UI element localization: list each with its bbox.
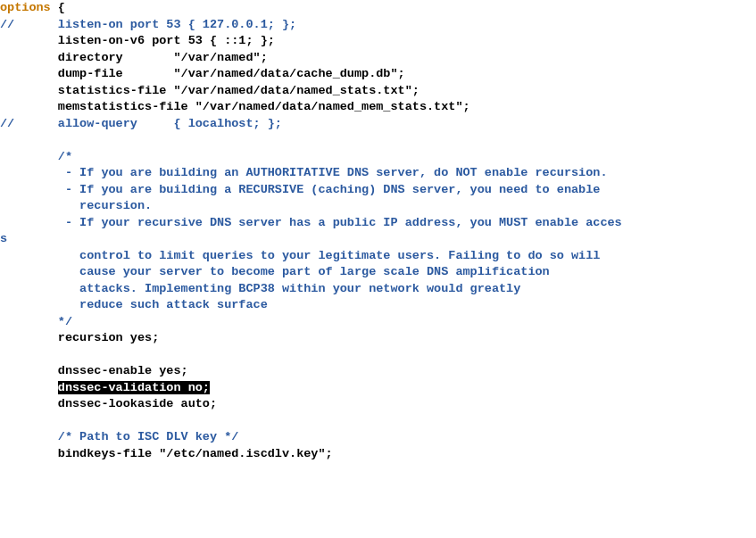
code-segment: */: [0, 315, 72, 328]
code-line[interactable]: // listen-on port 53 { 127.0.0.1; };: [0, 17, 756, 34]
code-line[interactable]: */: [0, 314, 756, 331]
code-line[interactable]: dnssec-lookaside auto;: [0, 396, 756, 413]
code-line[interactable]: cause your server to become part of larg…: [0, 264, 756, 281]
code-segment: [0, 381, 58, 394]
code-segment: dump-file "/var/named/data/cache_dump.db…: [0, 67, 405, 80]
code-line[interactable]: // allow-query { localhost; };: [0, 116, 756, 133]
code-line[interactable]: [0, 413, 756, 430]
code-line[interactable]: - If your recursive DNS server has a pub…: [0, 215, 756, 232]
code-segment: bindkeys-file "/etc/named.iscdlv.key";: [0, 447, 333, 460]
code-segment: dnssec-enable yes;: [0, 364, 188, 377]
code-line[interactable]: recursion.: [0, 198, 756, 215]
code-segment: [0, 348, 7, 361]
code-line[interactable]: options {: [0, 0, 756, 17]
code-line[interactable]: - If you are building a RECURSIVE (cachi…: [0, 182, 756, 199]
code-segment: attacks. Implementing BCP38 within your …: [0, 282, 520, 295]
code-segment: [0, 133, 7, 146]
code-segment: - If you are building an AUTHORITATIVE D…: [0, 166, 608, 179]
status-bar: 32,22-29 29%: [0, 522, 756, 538]
code-segment: [0, 414, 7, 427]
code-line[interactable]: attacks. Implementing BCP38 within your …: [0, 281, 756, 298]
code-segment: /* Path to ISC DLV key */: [0, 430, 238, 443]
code-line[interactable]: /* Path to ISC DLV key */: [0, 429, 756, 446]
code-line[interactable]: directory "/var/named";: [0, 50, 756, 67]
code-line[interactable]: - If you are building an AUTHORITATIVE D…: [0, 165, 756, 182]
code-line[interactable]: bindkeys-file "/etc/named.iscdlv.key";: [0, 446, 756, 463]
code-line[interactable]: reduce such attack surface: [0, 297, 756, 314]
code-line[interactable]: dump-file "/var/named/data/cache_dump.db…: [0, 66, 756, 83]
code-segment: - If your recursive DNS server has a pub…: [0, 216, 622, 229]
code-line[interactable]: s: [0, 231, 756, 248]
code-line[interactable]: recursion yes;: [0, 330, 756, 347]
code-line[interactable]: [0, 347, 756, 364]
code-line[interactable]: dnssec-enable yes;: [0, 363, 756, 380]
code-segment: cause your server to become part of larg…: [0, 265, 550, 278]
code-segment: {: [51, 1, 65, 14]
code-segment: // allow-query { localhost; };: [0, 117, 282, 130]
code-segment: statistics-file "/var/named/data/named_s…: [0, 84, 420, 97]
code-segment: // listen-on port 53 { 127.0.0.1; };: [0, 18, 296, 31]
editor-viewport[interactable]: options {// listen-on port 53 { 127.0.0.…: [0, 0, 756, 522]
code-line[interactable]: listen-on-v6 port 53 { ::1; };: [0, 33, 756, 50]
code-line[interactable]: dnssec-validation no;: [0, 380, 756, 397]
code-segment: listen-on-v6 port 53 { ::1; };: [0, 34, 275, 47]
code-segment: directory "/var/named";: [0, 51, 268, 64]
code-segment: dnssec-lookaside auto;: [0, 397, 217, 410]
code-segment: s: [0, 232, 7, 245]
code-segment: dnssec-validation no;: [58, 381, 210, 394]
code-line[interactable]: [0, 132, 756, 149]
code-segment: recursion yes;: [0, 331, 159, 344]
code-segment: options: [0, 1, 51, 14]
code-line[interactable]: control to limit queries to your legitim…: [0, 248, 756, 265]
code-segment: recursion.: [0, 199, 152, 212]
code-segment: memstatistics-file "/var/named/data/name…: [0, 100, 470, 113]
code-segment: /*: [0, 150, 72, 163]
code-segment: - If you are building a RECURSIVE (cachi…: [0, 183, 600, 196]
code-segment: control to limit queries to your legitim…: [0, 249, 600, 262]
code-line[interactable]: memstatistics-file "/var/named/data/name…: [0, 99, 756, 116]
code-line[interactable]: statistics-file "/var/named/data/named_s…: [0, 83, 756, 100]
code-line[interactable]: /*: [0, 149, 756, 166]
code-segment: reduce such attack surface: [0, 298, 268, 311]
